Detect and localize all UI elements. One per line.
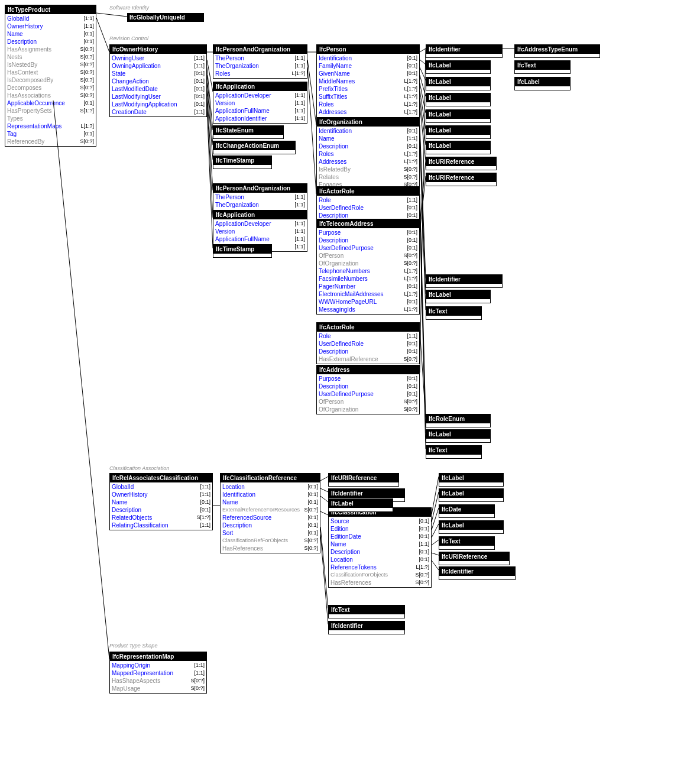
- box-ifcLabel4-header: IfcLabel: [426, 110, 490, 119]
- box-ifcClassification: IfcClassification Source[0:1] Edition[0:…: [328, 507, 432, 588]
- row-pao1-Roles: RolesL[1:?]: [215, 70, 305, 77]
- box-ifcAddressTypeEnum-body: [515, 54, 599, 57]
- box-ifcStateEnum-body: [213, 135, 283, 138]
- box-ifcURIReference2-body: [426, 182, 496, 186]
- box-ifcLabel6-body: [426, 150, 490, 154]
- box-ifcPersonAndOrganization1-header: IfcPersonAndOrganization: [213, 45, 307, 54]
- row-org-Roles: RolesL[1:?]: [319, 150, 417, 158]
- box-ifcText2: IfcText: [426, 306, 482, 320]
- box-ifcRoleEnum-header: IfcRoleEnum: [426, 414, 490, 423]
- box-ifcLabel9: IfcLabel: [426, 429, 491, 443]
- row-Description: Description[0:1]: [7, 38, 94, 46]
- box-ifcLabel11: IfcLabel: [439, 488, 504, 502]
- row-cr-Description: Description[0:1]: [222, 521, 318, 529]
- box-ifcPerson: IfcPerson Identification[0:1] FamilyName…: [316, 44, 420, 125]
- row-cls-ClassificationForObjects: ClassificationForObjectsS[0:?]: [330, 571, 429, 579]
- box-ifcIdentifier4-header: IfcIdentifier: [439, 567, 515, 576]
- row-oh-LastModifyingApplication: LastModifyingApplication[0:1]: [112, 101, 205, 108]
- row-p-Identification: Identification[0:1]: [319, 54, 417, 62]
- row-oh-OwningApplication: OwningApplication[1:1]: [112, 62, 205, 70]
- row-HasAssociations: HasAssociationsS[0:?]: [7, 92, 94, 99]
- box-ifcLabel1-header: IfcLabel: [426, 61, 490, 70]
- box-ifcLabel9-header: IfcLabel: [426, 430, 490, 439]
- box-ifcLabel8-body: [426, 299, 490, 303]
- row-cls-Edition: Edition[0:1]: [330, 525, 429, 533]
- svg-line-23: [420, 140, 426, 310]
- row-org-Description: Description[0:1]: [319, 142, 417, 150]
- row-ar2-Description: Description[0:1]: [319, 348, 417, 355]
- box-ifcLabel2: IfcLabel: [426, 77, 491, 90]
- box-ifcText1-body: [515, 70, 570, 73]
- box-ifcTypeProduct-body: GlobalId[1:1] OwnerHistory[1:1] Name[0:1…: [5, 14, 96, 146]
- row-p-PrefixTitles: PrefixTitlesL[1:?]: [319, 85, 417, 93]
- box-ifcActorRole1-header: IfcActorRole: [317, 187, 419, 196]
- row-HasContext: HasContextS[0:?]: [7, 69, 94, 76]
- row-ta-OfPerson: OfPersonS[0:?]: [319, 252, 417, 260]
- box-ifcText4: IfcText: [439, 536, 495, 550]
- box-ifcAddressTypeEnum-header: IfcAddressTypeEnum: [515, 45, 599, 54]
- row-cls-Source: Source[0:1]: [330, 517, 429, 525]
- row-pao1-TheOrganization: TheOrganization[1:1]: [215, 62, 305, 70]
- box-ifcRelAssociatesClassification-header: IfcRelAssociatesClassification: [110, 474, 212, 482]
- box-ifcIdentifier2: IfcIdentifier: [426, 274, 503, 288]
- row-p-Roles: RolesL[1:?]: [319, 101, 417, 108]
- box-ifcOwnerHistory-header: IfcOwnerHistory: [110, 45, 206, 54]
- row-p-FamilyName: FamilyName[0:1]: [319, 62, 417, 70]
- row-p-Addresses: AddressesL[1:?]: [319, 108, 417, 116]
- box-ifcOrganization-body: Identification[0:1] Name[1:1] Descriptio…: [317, 127, 419, 189]
- box-ifcTimeStamp1: IfcTimeStamp: [213, 156, 272, 169]
- row-cls-HasReferences: HasReferencesS[0:?]: [330, 579, 429, 587]
- box-ifcIdentifier5-body: [329, 630, 404, 634]
- row-ta-UserDefinedPurpose: UserDefinedPurpose[0:1]: [319, 244, 417, 252]
- row-cr-Location: Location[0:1]: [222, 483, 318, 491]
- row-oh-LastModifiedDate: LastModifiedDate[0:1]: [112, 85, 205, 93]
- box-ifcLabel1: IfcLabel: [426, 60, 491, 74]
- svg-line-29: [420, 330, 426, 417]
- box-ifcOrganization: IfcOrganization Identification[0:1] Name…: [316, 117, 420, 190]
- row-pao2-TheOrganization: TheOrganization[1:1]: [215, 201, 305, 209]
- box-ifcURIReference4-body: [439, 561, 509, 565]
- box-ifcLabel7-header: IfcLabel: [515, 77, 570, 86]
- row-rac-Name: Name[0:1]: [112, 498, 210, 506]
- box-ifcRepresentationMap-header: IfcRepresentationMap: [110, 652, 206, 661]
- row-cr-HasReferences: HasReferencesS[0:?]: [222, 545, 318, 552]
- row-org-Addresses: AddressesL[1:?]: [319, 158, 417, 166]
- svg-line-37: [432, 477, 439, 514]
- svg-line-16: [420, 75, 426, 96]
- box-ifcPersonAndOrganization1: IfcPersonAndOrganization ThePerson[1:1] …: [213, 44, 307, 79]
- box-ifcLabel10-header: IfcLabel: [439, 474, 503, 482]
- row-ar2-HasExternalReference: HasExternalReferenceS[0:?]: [319, 355, 417, 363]
- row-Tag: Tag[0:1]: [7, 130, 94, 138]
- row-ta-MessagingIds: MessagingIdsL[1:?]: [319, 306, 417, 313]
- row-rac-Description: Description[0:1]: [112, 506, 210, 514]
- box-ifcTimeStamp1-body: [213, 165, 271, 169]
- box-ifcAddressTypeEnum: IfcAddressTypeEnum: [514, 44, 600, 58]
- row-oh-State: State[0:1]: [112, 70, 205, 77]
- box-ifcLabel4: IfcLabel: [426, 109, 491, 123]
- svg-line-26: [420, 194, 426, 417]
- box-ifcStateEnum: IfcStateEnum: [213, 125, 284, 139]
- row-addr-OfOrganization: OfOrganizationS[0:?]: [319, 406, 417, 413]
- box-ifcLabel12-header: IfcLabel: [439, 521, 503, 530]
- row-addr-UserDefinedPurpose: UserDefinedPurpose[0:1]: [319, 390, 417, 398]
- row-rac-OwnerHistory: OwnerHistory[1:1]: [112, 491, 210, 498]
- box-ifcDate-body: [439, 514, 494, 517]
- box-ifcActorRole2-body: Role[1:1] UserDefinedRole[0:1] Descripti…: [317, 332, 419, 364]
- row-app1-AppDev: ApplicationDeveloper[1:1]: [215, 92, 305, 99]
- row-app2-AppDev: ApplicationDeveloper[1:1]: [215, 220, 305, 228]
- svg-line-6: [207, 83, 213, 160]
- row-ta-TelephoneNumbers: TelephoneNumbersL[1:?]: [319, 267, 417, 275]
- svg-line-24: [420, 161, 426, 225]
- row-cls-EditionDate: EditionDate[0:1]: [330, 533, 429, 540]
- box-ifcClassificationReference-header: IfcClassificationReference: [221, 474, 320, 482]
- row-rm-HasShapeAspects: HasShapeAspectsS[0:?]: [112, 677, 205, 685]
- box-ifcPersonAndOrganization1-body: ThePerson[1:1] TheOrganization[1:1] Role…: [213, 54, 307, 78]
- box-ifcText4-header: IfcText: [439, 537, 494, 546]
- row-Name: Name[0:1]: [7, 30, 94, 38]
- box-ifcRelAssociatesClassification-body: GlobalId[1:1] OwnerHistory[1:1] Name[0:1…: [110, 482, 212, 530]
- box-ifcIdentifier4-body: [439, 576, 515, 579]
- row-app1-Identifier: ApplicationIdentifier[1:1]: [215, 115, 305, 122]
- box-ifcLabel8: IfcLabel: [426, 290, 491, 303]
- box-ifcLabel6-header: IfcLabel: [426, 141, 490, 150]
- row-ta-OfOrganization: OfOrganizationS[0:?]: [319, 260, 417, 267]
